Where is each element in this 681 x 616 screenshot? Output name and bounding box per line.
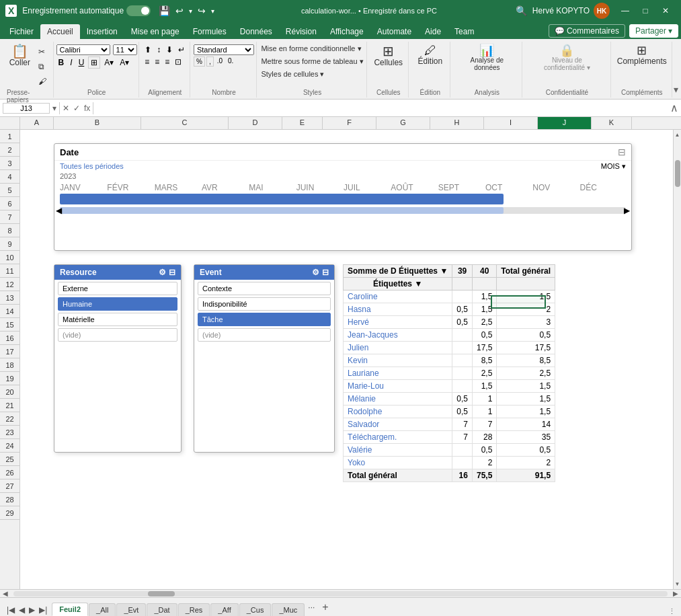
event-item-contexte[interactable]: Contexte [198, 282, 331, 295]
minimize-button[interactable]: — [615, 3, 635, 19]
wrap-text-button[interactable]: ↵ [176, 44, 187, 55]
timeline-slicer[interactable]: Date ⊟ Toutes les périodes MOIS ▾ 2023 J… [54, 143, 632, 251]
h-scroll-left-btn[interactable]: ◀ [0, 590, 11, 597]
sheet-tab-dat[interactable]: _Dat [147, 603, 177, 616]
scroll-up-btn[interactable]: ▲ [675, 130, 680, 140]
font-size-select[interactable]: 11 [113, 44, 137, 55]
v-scrollbar-thumb[interactable] [675, 160, 680, 187]
row-header-2[interactable]: 2 [0, 143, 19, 157]
row-header-21[interactable]: 21 [0, 399, 19, 412]
align-right-button[interactable]: ≡ [163, 56, 171, 67]
edition-button[interactable]: 🖊 Édition [415, 43, 446, 67]
row-header-10[interactable]: 10 [0, 251, 19, 264]
number-format-select[interactable]: Standard [194, 44, 254, 55]
pivot-row-filter-btn[interactable]: ▼ [414, 279, 422, 288]
undo-icon[interactable]: ↩ [175, 5, 184, 16]
row-header-14[interactable]: 14 [0, 305, 19, 318]
row-header-26[interactable]: 26 [0, 466, 19, 479]
more-tools-icon[interactable]: ▾ [211, 7, 214, 15]
col-header-C[interactable]: C [141, 117, 229, 129]
pivot-filter-btn[interactable]: ▼ [440, 266, 448, 276]
row-header-15[interactable]: 15 [0, 318, 19, 332]
couper-button[interactable]: ✂ [36, 46, 49, 58]
comma-button[interactable]: , [206, 56, 214, 67]
timeline-scroll-right[interactable]: ▶ [624, 206, 630, 215]
undo-dropdown-icon[interactable]: ▾ [189, 7, 192, 15]
resource-item-humaine[interactable]: Humaine [58, 297, 177, 311]
resource-item-materielle[interactable]: Matérielle [58, 313, 177, 326]
styles-cellules-button[interactable]: Styles de cellules ▾ [258, 69, 366, 80]
sheet-tab-aff[interactable]: _Aff [210, 603, 238, 616]
row-header-3[interactable]: 3 [0, 157, 19, 170]
col-header-D[interactable]: D [229, 117, 282, 129]
increase-decimal-button[interactable]: .0 [215, 56, 225, 67]
resource-item-externe[interactable]: Externe [58, 282, 177, 295]
tab-affichage[interactable]: Affichage [323, 24, 370, 39]
row-header-9[interactable]: 9 [0, 237, 19, 251]
row-header-18[interactable]: 18 [0, 358, 19, 372]
formula-expand-icon[interactable]: ∧ [670, 102, 678, 114]
sheet-nav-prev[interactable]: ◀ [17, 604, 26, 616]
percent-button[interactable]: % [194, 56, 205, 67]
tab-formules[interactable]: Formules [186, 24, 233, 39]
row-header-7[interactable]: 7 [0, 210, 19, 224]
comments-button[interactable]: 💬 Commentaires [549, 24, 625, 38]
resource-item-vide[interactable]: (vide) [58, 328, 177, 342]
row-header-23[interactable]: 23 [0, 426, 19, 439]
col-header-I[interactable]: I [484, 117, 538, 129]
col-header-A[interactable]: A [20, 117, 54, 129]
confidentialite-button[interactable]: 🔒 Niveau de confidentialité ▾ [528, 43, 606, 73]
h-scrollbar[interactable]: ◀ ▶ [0, 589, 681, 597]
h-scroll-right-btn[interactable]: ▶ [670, 590, 681, 597]
timeline-bar[interactable] [60, 194, 504, 204]
row-header-28[interactable]: 28 [0, 493, 19, 506]
mois-dropdown[interactable]: MOIS ▾ [601, 162, 626, 171]
tab-automate[interactable]: Automate [370, 24, 418, 39]
maximize-button[interactable]: □ [635, 3, 655, 19]
row-header-17[interactable]: 17 [0, 345, 19, 358]
copier-format-button[interactable]: 🖌 [36, 75, 49, 87]
redo-icon[interactable]: ↪ [198, 5, 206, 16]
row-header-1[interactable]: 1 [0, 130, 19, 143]
confirm-formula-icon[interactable]: ✓ [73, 104, 80, 113]
name-box[interactable] [3, 103, 50, 114]
pivot-col-40[interactable]: 40 [472, 265, 496, 278]
resource-slicer[interactable]: Resource ⚙ ⊟ Externe Humaine Matérielle … [54, 264, 182, 453]
name-box-dropdown[interactable]: ▾ [52, 104, 56, 113]
align-left-button[interactable]: ≡ [143, 56, 151, 67]
tab-fichier[interactable]: Fichier [3, 24, 40, 39]
underline-button[interactable]: U [77, 57, 87, 68]
row-header-24[interactable]: 24 [0, 439, 19, 453]
all-periods-link[interactable]: Toutes les périodes [60, 162, 124, 171]
close-button[interactable]: ✕ [655, 3, 676, 19]
sheet-tabs-more[interactable]: ··· [305, 603, 317, 612]
col-header-K[interactable]: K [592, 117, 632, 129]
sheet-tab-all[interactable]: _All [89, 603, 116, 616]
row-header-16[interactable]: 16 [0, 332, 19, 345]
sheet-tab-muc[interactable]: _Muc [272, 603, 305, 616]
timeline-scroll-thumb[interactable] [60, 207, 504, 214]
insert-function-icon[interactable]: fx [84, 104, 90, 113]
row-header-6[interactable]: 6 [0, 197, 19, 210]
align-middle-button[interactable]: ↕ [155, 44, 163, 55]
sheet-tab-res[interactable]: _Res [178, 603, 210, 616]
row-header-13[interactable]: 13 [0, 291, 19, 305]
row-header-5[interactable]: 5 [0, 184, 19, 197]
analyse-donnees-button[interactable]: 📊 Analyse de données [456, 43, 518, 73]
merge-button[interactable]: ⊡ [173, 56, 184, 67]
timeline-scroll[interactable]: ◀ ▶ [60, 207, 626, 214]
align-center-button[interactable]: ≡ [153, 56, 161, 67]
formula-input[interactable] [96, 104, 668, 113]
tab-revision[interactable]: Révision [279, 24, 323, 39]
search-icon[interactable]: 🔍 [516, 5, 527, 16]
sheet-nav-last[interactable]: ▶| [38, 604, 48, 616]
timeline-filter-icon[interactable]: ⊟ [618, 147, 626, 157]
cellules-button[interactable]: ⊞ Cellules [371, 43, 405, 69]
font-family-select[interactable]: Calibri [56, 44, 110, 55]
align-bottom-button[interactable]: ⬇ [164, 44, 175, 55]
row-header-29[interactable]: 29 [0, 506, 19, 520]
v-scrollbar[interactable]: ▲ ▼ [673, 130, 681, 589]
fill-color-button[interactable]: A▾ [102, 57, 116, 68]
event-multiselect-icon[interactable]: ⚙ [312, 268, 319, 277]
font-color-button[interactable]: A▾ [118, 57, 131, 68]
